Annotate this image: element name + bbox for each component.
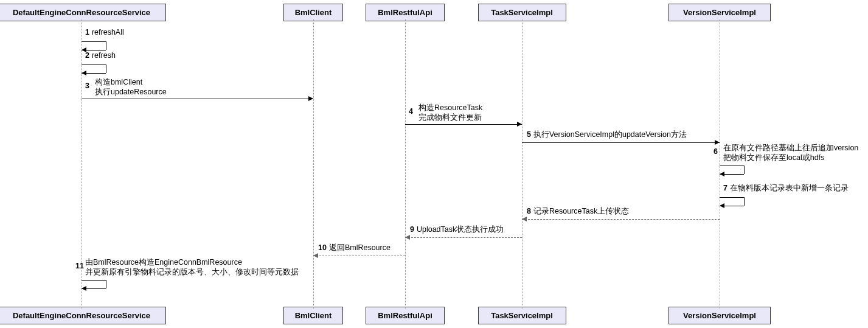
arrow-head-icon bbox=[517, 122, 522, 127]
participant-label: BmlClient bbox=[295, 8, 332, 17]
participant-p2-bottom: BmlClient bbox=[283, 307, 343, 324]
message-number: 11 bbox=[75, 262, 84, 271]
participant-label: VersionServiceImpl bbox=[683, 8, 756, 17]
lifeline-p3 bbox=[405, 19, 406, 309]
participant-p4-top: TaskServiceImpl bbox=[478, 4, 566, 21]
participant-p1-top: DefaultEngineConnResourceService bbox=[0, 4, 166, 21]
participant-label: BmlClient bbox=[295, 311, 332, 320]
message-number: 2 bbox=[85, 51, 89, 60]
arrow-head-icon bbox=[522, 217, 527, 222]
message-text: refresh bbox=[92, 51, 116, 60]
participant-label: BmlRestfulApi bbox=[378, 311, 432, 320]
arrow-head-icon bbox=[405, 235, 410, 240]
participant-label: TaskServiceImpl bbox=[491, 311, 553, 320]
message-number: 7 bbox=[723, 184, 727, 192]
message-label-5: 5执行VersionServiceImpl的updateVersion方法 bbox=[527, 130, 687, 140]
message-text: 在原有文件路径基础上往后追加version 把物料文件保存至local或hdfs bbox=[723, 144, 858, 162]
participant-p2-top: BmlClient bbox=[283, 4, 343, 21]
participant-p3-top: BmlRestfulApi bbox=[366, 4, 444, 21]
message-number: 5 bbox=[527, 130, 531, 139]
message-text: 构造bmlClient 执行updateResource bbox=[95, 78, 167, 97]
message-label-2: 2refresh bbox=[85, 51, 116, 61]
message-text: UploadTask状态执行成功 bbox=[417, 225, 504, 234]
participant-p4-bottom: TaskServiceImpl bbox=[478, 307, 566, 324]
lifeline-p4 bbox=[522, 19, 523, 309]
arrow-head-icon bbox=[720, 172, 724, 176]
message-text: 记录ResourceTask上传状态 bbox=[533, 207, 629, 215]
message-number: 10 bbox=[318, 243, 327, 252]
message-label-10: 10返回BmlResource bbox=[318, 243, 391, 253]
message-label-9: 9UploadTask状态执行成功 bbox=[410, 225, 504, 235]
message-label-8: 8记录ResourceTask上传状态 bbox=[527, 207, 629, 217]
participant-label: DefaultEngineConnResourceService bbox=[13, 8, 150, 17]
message-number: 6 bbox=[713, 147, 718, 157]
message-number: 8 bbox=[527, 207, 531, 215]
arrow-head-icon bbox=[82, 71, 86, 75]
message-arrow-5 bbox=[522, 142, 720, 143]
arrow-head-icon bbox=[313, 253, 318, 258]
message-number: 3 bbox=[85, 82, 89, 91]
message-label-6: 6在原有文件路径基础上往后追加version 把物料文件保存至local或hdf… bbox=[723, 144, 858, 162]
lifeline-p5 bbox=[720, 19, 720, 309]
participant-p1-bottom: DefaultEngineConnResourceService bbox=[0, 307, 166, 324]
message-label-4: 4构造ResourceTask 完成物料文件更新 bbox=[418, 103, 482, 122]
message-label-1: 1refreshAll bbox=[85, 28, 124, 38]
message-label-3: 3构造bmlClient 执行updateResource bbox=[95, 78, 167, 97]
message-number: 4 bbox=[409, 107, 413, 117]
participant-label: TaskServiceImpl bbox=[491, 8, 553, 17]
message-arrow-9 bbox=[405, 237, 522, 238]
participant-label: VersionServiceImpl bbox=[683, 311, 756, 320]
message-arrow-4 bbox=[405, 124, 522, 125]
participant-label: DefaultEngineConnResourceService bbox=[13, 311, 150, 320]
lifeline-p2 bbox=[313, 19, 314, 309]
message-text: refreshAll bbox=[92, 28, 124, 37]
message-text: 执行VersionServiceImpl的updateVersion方法 bbox=[533, 130, 687, 139]
participant-label: BmlRestfulApi bbox=[378, 8, 432, 17]
message-arrow-10 bbox=[313, 256, 405, 256]
message-label-7: 7在物料版本记录表中新增一条记录 bbox=[723, 184, 849, 194]
message-text: 返回BmlResource bbox=[329, 243, 391, 252]
message-number: 9 bbox=[410, 225, 414, 234]
arrow-head-icon bbox=[720, 203, 724, 208]
message-label-11: 11由BmlResource构造EngineConnBmlResource 并更… bbox=[85, 258, 299, 277]
participant-p5-bottom: VersionServiceImpl bbox=[668, 307, 771, 324]
participant-p3-bottom: BmlRestfulApi bbox=[366, 307, 444, 324]
arrow-head-icon bbox=[82, 286, 86, 291]
message-arrow-8 bbox=[522, 219, 720, 220]
message-arrow-3 bbox=[82, 99, 313, 99]
message-number: 1 bbox=[85, 28, 89, 37]
arrow-head-icon bbox=[308, 96, 313, 101]
participant-p5-top: VersionServiceImpl bbox=[668, 4, 771, 21]
arrow-head-icon bbox=[715, 140, 720, 145]
message-text: 由BmlResource构造EngineConnBmlResource 并更新原… bbox=[85, 258, 299, 277]
message-text: 在物料版本记录表中新增一条记录 bbox=[730, 184, 849, 192]
message-text: 构造ResourceTask 完成物料文件更新 bbox=[418, 103, 482, 122]
